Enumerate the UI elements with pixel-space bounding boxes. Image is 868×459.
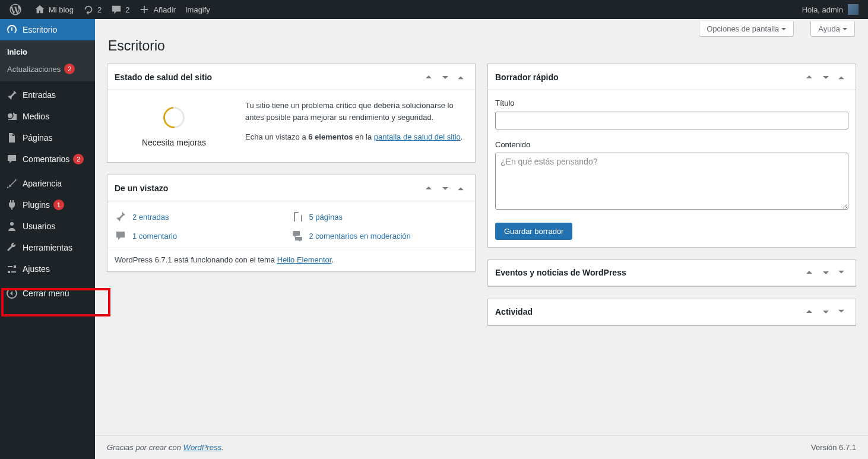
my-account[interactable]: Hola, admin <box>797 0 863 19</box>
move-up-icon[interactable] <box>801 71 818 83</box>
plugins-badge: 1 <box>53 200 64 210</box>
toggle-up-icon[interactable] <box>834 72 848 82</box>
activity-title: Actividad <box>495 307 801 316</box>
toggle-up-icon[interactable] <box>454 72 468 82</box>
health-text-2: Echa un vistazo a 6 elementos en la pant… <box>245 131 463 143</box>
add-new-label: Añadir <box>153 5 176 14</box>
media-icon <box>6 110 18 122</box>
move-up-icon[interactable] <box>420 182 437 194</box>
move-down-icon[interactable] <box>437 182 454 194</box>
qd-content-textarea[interactable] <box>495 153 848 210</box>
glance-footer: WordPress 6.7.1 está funcionando con el … <box>107 248 475 271</box>
quick-draft-header: Borrador rápido <box>488 64 856 90</box>
greeting-label: Hola, admin <box>802 5 843 14</box>
updates-count: 2 <box>97 5 102 14</box>
menu-pages[interactable]: Páginas <box>0 127 95 148</box>
glance-pending: 2 comentarios en moderación <box>292 226 468 245</box>
dashboard-icon <box>6 24 18 36</box>
move-down-icon[interactable] <box>818 267 834 278</box>
page-icon <box>6 132 18 144</box>
move-up-icon[interactable] <box>801 267 818 278</box>
menu-tools[interactable]: Herramientas <box>0 237 95 258</box>
svg-point-0 <box>8 113 12 118</box>
comments-item[interactable]: 2 <box>106 0 134 19</box>
menu-dashboard-label: Escritorio <box>23 25 57 34</box>
comment-icon <box>111 4 122 15</box>
wordpress-icon <box>9 4 21 15</box>
activity-box: Actividad <box>487 299 856 326</box>
imagify-label: Imagify <box>185 5 210 14</box>
add-new-item[interactable]: Añadir <box>134 0 180 19</box>
wp-logo[interactable] <box>5 0 30 19</box>
move-down-icon[interactable] <box>818 71 834 83</box>
submenu-home[interactable]: Inicio <box>0 44 95 60</box>
menu-dashboard[interactable]: Escritorio <box>0 19 95 40</box>
version-label: Versión 6.7.1 <box>811 443 856 452</box>
theme-link[interactable]: Hello Elementor <box>277 255 332 264</box>
site-health-header: Estado de salud del sitio <box>107 64 475 90</box>
site-name-label: Mi blog <box>49 5 74 14</box>
health-text-1: Tu sitio tiene un problema crítico que d… <box>245 100 463 123</box>
activity-header: Actividad <box>488 299 856 325</box>
site-health-box: Estado de salud del sitio Necesita mejor… <box>107 64 476 163</box>
content-area: Opciones de pantalla Ayuda Escritorio Es… <box>95 19 868 459</box>
screen-meta: Opciones de pantalla Ayuda <box>107 19 868 37</box>
svg-point-1 <box>10 222 14 226</box>
health-gauge-icon <box>159 103 189 133</box>
chevron-down-icon <box>842 28 847 33</box>
toggle-down-icon[interactable] <box>834 307 848 316</box>
events-news-box: Eventos y noticias de WordPress <box>487 259 856 287</box>
health-gauge-label: Necesita mejoras <box>115 137 233 149</box>
move-down-icon[interactable] <box>437 71 454 83</box>
sliders-icon <box>6 263 18 275</box>
comment-icon <box>115 230 126 242</box>
move-up-icon[interactable] <box>801 306 818 318</box>
updates-item[interactable]: 2 <box>78 0 106 19</box>
update-icon <box>83 4 94 15</box>
glance-pages-link[interactable]: 5 páginas <box>309 213 343 221</box>
toggle-up-icon[interactable] <box>454 183 468 193</box>
glance-pages: 5 páginas <box>292 207 468 226</box>
move-down-icon[interactable] <box>818 306 834 318</box>
brush-icon <box>6 178 18 189</box>
submenu-updates[interactable]: Actualizaciones 2 <box>0 60 95 78</box>
comments-count: 2 <box>125 5 129 14</box>
at-a-glance-box: De un vistazo 2 entradas 5 páginas <box>107 175 476 272</box>
comments-icon <box>292 230 303 242</box>
pin-icon <box>6 89 18 101</box>
wordpress-link[interactable]: WordPress <box>183 443 221 452</box>
plus-icon <box>139 4 150 15</box>
events-news-header: Eventos y noticias de WordPress <box>488 260 856 286</box>
menu-media[interactable]: Medios <box>0 106 95 127</box>
screen-options-tab[interactable]: Opciones de pantalla <box>699 21 794 37</box>
menu-posts[interactable]: Entradas <box>0 84 95 106</box>
pin-icon <box>115 211 126 223</box>
glance-comment-link[interactable]: 1 comentario <box>132 232 177 240</box>
updates-badge: 2 <box>64 64 75 74</box>
admin-footer: Gracias por crear con WordPress. Versión… <box>95 435 868 459</box>
move-up-icon[interactable] <box>420 71 437 83</box>
menu-appearance[interactable]: Apariencia <box>0 173 95 194</box>
site-health-link[interactable]: pantalla de salud del sitio <box>374 132 461 141</box>
menu-collapse[interactable]: Cerrar menú <box>0 283 95 304</box>
menu-settings[interactable]: Ajustes <box>0 258 95 280</box>
glance-posts-link[interactable]: 2 entradas <box>132 213 169 221</box>
help-tab[interactable]: Ayuda <box>810 21 855 37</box>
home-icon <box>34 4 45 15</box>
at-a-glance-title: De un vistazo <box>115 183 420 193</box>
page-title: Escritorio <box>108 38 856 54</box>
qd-title-label: Título <box>495 97 848 109</box>
quick-draft-box: Borrador rápido Título Contenido Guardar… <box>487 64 856 248</box>
admin-menu: Escritorio Inicio Actualizaciones 2 Entr… <box>0 19 95 459</box>
menu-comments[interactable]: Comentarios 2 <box>0 148 95 170</box>
site-name[interactable]: Mi blog <box>30 0 78 19</box>
glance-pending-link[interactable]: 2 comentarios en moderación <box>309 232 411 240</box>
imagify-item[interactable]: Imagify <box>180 0 215 19</box>
save-draft-button[interactable]: Guardar borrador <box>495 223 572 240</box>
menu-users[interactable]: Usuarios <box>0 216 95 237</box>
menu-plugins[interactable]: Plugins 1 <box>0 194 95 216</box>
toggle-down-icon[interactable] <box>834 268 848 277</box>
qd-title-input[interactable] <box>495 112 848 129</box>
page-icon <box>292 211 303 223</box>
glance-posts: 2 entradas <box>115 207 292 226</box>
